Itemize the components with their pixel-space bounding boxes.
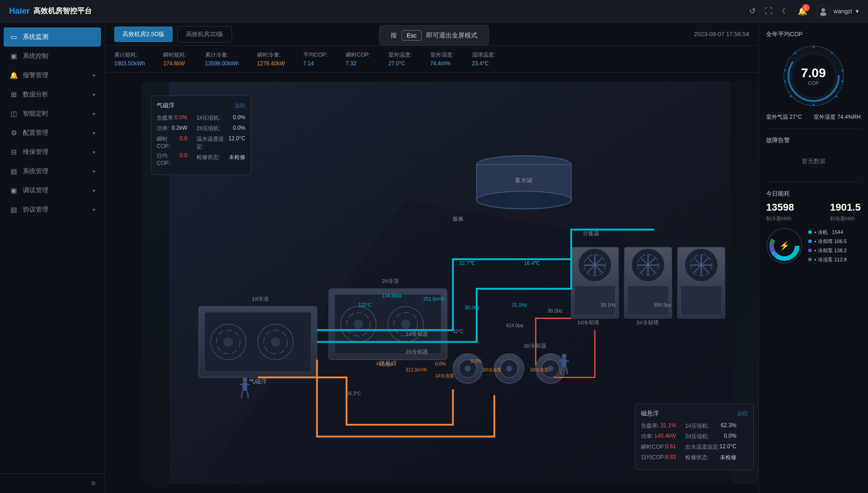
popup-row-dailycop: 日均COP: 0.0	[157, 152, 187, 166]
popup2-row-maint-status: 检修状态: 未检修	[685, 454, 736, 461]
svg-text:859.3pa: 859.3pa	[654, 302, 671, 307]
header-right: ↺ ⛶ ☾ 🔔 1 wangzl ▾	[749, 5, 859, 18]
donut-chart: ⚡	[766, 228, 803, 264]
control-icon: ▣	[9, 52, 18, 60]
popup-name-2: 磁悬浮	[641, 409, 659, 418]
stat-label-inst-cool: 瞬时冷量:	[257, 51, 285, 59]
main-layout: ▭ 系统监测 ▣ 系统控制 🔔 报警管理 ▾ ⊞ 数据分析 ▾	[0, 23, 868, 493]
svg-text:3#冷却器: 3#冷却器	[524, 343, 546, 349]
sidebar-footer: ≡	[0, 473, 105, 493]
sidebar-item-alarm[interactable]: 🔔 报警管理 ▾	[0, 66, 105, 85]
sidebar-item-debug[interactable]: ▣ 调试管理 ▾	[0, 181, 105, 200]
cool-energy-value: 13598	[766, 201, 794, 213]
svg-point-105	[842, 80, 843, 82]
popup-row-comp1: 1#压缩机: 0.0%	[196, 114, 245, 122]
sidebar-item-system-mgmt[interactable]: ▤ 系统管理 ▾	[0, 162, 105, 181]
svg-point-20	[401, 319, 411, 329]
svg-text:16.4℃: 16.4℃	[524, 260, 540, 266]
sidebar-item-data-analysis[interactable]: ⊞ 数据分析 ▾	[0, 85, 105, 104]
svg-point-107	[813, 104, 815, 106]
svg-text:30.1Hz: 30.1Hz	[601, 302, 616, 307]
sidebar-item-system-control[interactable]: ▣ 系统控制	[0, 47, 105, 66]
svg-point-8	[223, 337, 233, 347]
legend-dot-0	[808, 230, 812, 234]
tab-2d-btn[interactable]: 高效机房2D版	[177, 26, 232, 42]
env-row: 室外气温 27°C 室外湿度 74.4%RH	[766, 113, 861, 121]
stats-bar: 累计能耗: 1903.50kWh 瞬时能耗: 174.8kW 累计冷量: 135…	[105, 46, 758, 73]
svg-text:2#冷冻: 2#冷冻	[382, 278, 399, 284]
sidebar-collapse-icon[interactable]: ≡	[91, 479, 95, 488]
energy-title: 今日能耗	[766, 190, 861, 198]
cop-section: 全年平均COP	[766, 30, 861, 121]
notification-badge: 1	[802, 4, 810, 11]
sidebar: ▭ 系统监测 ▣ 系统控制 🔔 报警管理 ▾ ⊞ 数据分析 ▾	[0, 23, 105, 493]
refresh-icon[interactable]: ↺	[749, 6, 756, 16]
stat-avg-cop: 平均COP: 7.14	[303, 51, 328, 67]
legend-item-0: • 冷机 1544	[808, 229, 847, 236]
legend-item-2: • 冷却泵 138.2	[808, 247, 847, 254]
bell-icon[interactable]: 🔔 1	[798, 6, 807, 16]
svg-point-88	[243, 377, 247, 382]
debug-icon: ▣	[9, 186, 18, 195]
svg-text:26.3°C: 26.3°C	[347, 391, 361, 396]
popup-row-maintenance-status: 检修状态: 未检修	[196, 154, 245, 161]
protocol-icon: ▤	[9, 206, 18, 214]
popup-link-2[interactable]: 远程	[737, 410, 748, 418]
user-area[interactable]: wangzl ▾	[816, 5, 859, 18]
alarm-icon: 🔔	[9, 71, 18, 80]
popup-row-loadrate: 负载率: 0.0%	[157, 114, 187, 122]
sidebar-item-config[interactable]: ⚙ 配置管理 ▾	[0, 123, 105, 143]
energy-section: 今日能耗 13598 制冷量kWh 1901.5 耗电量kWh	[766, 190, 861, 264]
stat-outdoor-humidity: 室外湿度: 74.4rh%	[430, 51, 454, 67]
sidebar-label-maintenance: 维保管理	[23, 148, 48, 156]
sidebar-item-protocol[interactable]: ▤ 协议管理 ▾	[0, 200, 105, 219]
svg-text:32.7℃: 32.7℃	[459, 260, 475, 266]
chevron-icon-2: ▾	[93, 92, 95, 98]
sidebar-item-left: ▭ 系统监测	[9, 33, 48, 41]
sidebar-label-control: 系统控制	[23, 52, 48, 60]
moon-icon[interactable]: ☾	[782, 6, 789, 16]
svg-text:122°C: 122°C	[358, 302, 371, 307]
svg-text:32°C: 32°C	[453, 329, 464, 334]
svg-text:板换: 板换	[452, 216, 464, 222]
svg-text:分集器: 分集器	[583, 230, 599, 236]
sidebar-item-smart-timer[interactable]: ◫ 智能定时 ▾	[0, 104, 105, 123]
stat-val-inst-cop: 7.32	[346, 60, 370, 67]
esc-suffix: 即可退出全屏模式	[426, 32, 477, 40]
fullscreen-icon[interactable]: ⛶	[765, 7, 773, 16]
popup-row-instantcop: 瞬时COP: 0.0	[157, 135, 187, 149]
stat-instant-cool: 瞬时冷量: 1278.40kW	[257, 51, 285, 67]
brand: Haier 高效机房智控平台	[9, 6, 110, 16]
svg-text:2#冷冻泵: 2#冷冻泵	[482, 367, 502, 372]
svg-text:114.2kpa: 114.2kpa	[382, 293, 402, 298]
env-humidity: 室外湿度 74.4%RH	[814, 113, 861, 121]
timer-icon: ◫	[9, 110, 18, 118]
cop-title: 全年平均COP	[766, 30, 803, 38]
svg-text:3#冷冻泵: 3#冷冻泵	[530, 367, 549, 372]
stat-outdoor-temp: 室外温度: 27.0°C	[388, 51, 412, 67]
divider-1	[766, 128, 861, 129]
svg-point-48	[476, 191, 571, 209]
chevron-icon-3: ▾	[93, 111, 95, 117]
fault-title: 故障告警	[766, 136, 861, 144]
machine-diagram: 气磁浮 磁悬浮	[142, 82, 758, 484]
sidebar-label-sysmgmt: 系统管理	[23, 167, 48, 175]
svg-text:气磁浮: 气磁浮	[249, 378, 267, 385]
stat-instant-cop: 瞬时COP: 7.32	[346, 51, 370, 67]
svg-point-108	[790, 95, 792, 97]
sidebar-item-maintenance[interactable]: ⊟ 维保管理 ▾	[0, 143, 105, 162]
svg-point-110	[784, 69, 786, 71]
popup-link-1[interactable]: 远程	[234, 102, 245, 110]
svg-rect-94	[562, 359, 566, 367]
stat-wetbulb: 湿球温度: 23.4°C	[472, 51, 495, 67]
legend-dot-1	[808, 239, 812, 243]
stat-label-inst-energy: 瞬时能耗:	[163, 51, 186, 59]
sidebar-item-system-monitor[interactable]: ▭ 系统监测	[4, 27, 101, 47]
sidebar-label-data: 数据分析	[23, 90, 48, 99]
cool-energy-label: 制冷量kWh	[766, 215, 794, 222]
tab-25d-btn[interactable]: 高效机房2.5D版	[114, 27, 173, 42]
sidebar-label-protocol: 协议管理	[23, 206, 48, 214]
sidebar-label-config: 配置管理	[23, 129, 48, 137]
stat-val-cum-energy: 1903.50kWh	[114, 60, 145, 67]
fault-section: 故障告警 暂无数据	[766, 136, 861, 175]
